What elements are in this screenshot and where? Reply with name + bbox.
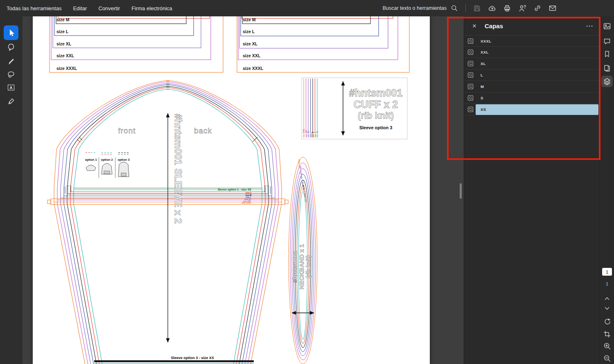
layers-list: XXXL XXL XL L M S <box>464 35 599 115</box>
cuff-piece: size XXXL size XXL size XL size L size M… <box>302 78 407 139</box>
cuff-material-text: (rib knit) <box>358 110 394 121</box>
back-label: back <box>194 126 212 135</box>
layer-label: XXXL <box>481 39 491 43</box>
layers-panel-icon[interactable] <box>601 76 613 87</box>
size-label-xxl-2: size XXL <box>243 53 261 58</box>
hem-fold-bar <box>94 360 254 362</box>
sleeve-id-text: #hntsm001 <box>173 114 184 165</box>
topbar-actions: Buscar texto o herramientas <box>383 4 614 12</box>
layer-label-wrap[interactable]: M <box>476 81 598 92</box>
search-bar[interactable]: Buscar texto o herramientas <box>383 4 458 12</box>
bookmarks-panel-icon[interactable] <box>601 48 613 60</box>
neckband-id-text: #hntsm001 <box>291 251 298 283</box>
cuff-tag-s: size S <box>314 132 316 137</box>
image-panel-icon[interactable] <box>601 20 613 32</box>
layer-row-m[interactable]: M <box>464 81 599 92</box>
toolbar-divider <box>465 4 466 12</box>
zoom-out-icon[interactable] <box>601 353 613 364</box>
size-label-xxxl: size XXXL <box>56 66 77 71</box>
close-icon[interactable]: ✕ <box>470 21 479 30</box>
menu-convert[interactable]: Convertir <box>93 0 126 16</box>
nb-tag-m: size M <box>302 185 305 191</box>
nb-tag-l: size L <box>302 180 304 185</box>
cloud-upload-icon[interactable] <box>488 4 496 12</box>
cuff-tag-l: size L <box>310 132 312 137</box>
pdf-page: size M size L size XL size XXL size XXXL… <box>33 16 430 364</box>
select-tool[interactable] <box>4 25 18 40</box>
add-comment-tool[interactable] <box>4 40 18 54</box>
layer-row-xl[interactable]: XL <box>464 58 599 70</box>
size-label-xl: size XL <box>56 41 72 46</box>
layer-label-wrap[interactable]: XXL <box>476 47 598 58</box>
layer-visibility-icon[interactable] <box>467 49 474 56</box>
more-options-icon[interactable]: ··· <box>586 22 594 29</box>
stack-xxxl: size XXXL <box>242 202 251 204</box>
front-label: front <box>118 126 135 135</box>
size-rects-middle: size M size L size XL size XXL size XXXL <box>237 16 409 72</box>
person-question-icon[interactable] <box>518 4 526 12</box>
layer-label-wrap[interactable]: XL <box>476 58 598 69</box>
layer-label: S <box>481 96 483 100</box>
crop-page-icon[interactable] <box>601 328 613 340</box>
neckband-material-text: (rib knit) <box>305 255 312 278</box>
draw-sign-tool[interactable] <box>4 94 18 109</box>
layers-panel: ✕ Capas ··· XXXL XXL XL L M <box>464 16 599 364</box>
pattern-drawing: size M size L size XL size XXL size XXXL… <box>33 16 430 364</box>
layer-label-wrap[interactable]: S <box>476 93 598 103</box>
layer-row-s[interactable]: S <box>464 92 599 104</box>
layer-label: XXL <box>481 50 489 54</box>
size-label-l: size L <box>56 29 69 34</box>
zoom-in-icon[interactable] <box>601 340 613 352</box>
layer-row-l[interactable]: L <box>464 70 599 81</box>
left-tool-rail <box>0 16 23 364</box>
layer-label: XL <box>481 61 486 66</box>
option3-note: Sleeve option 3 - size XS <box>171 356 214 360</box>
nb-tag-s: size S <box>304 191 306 196</box>
search-icon[interactable] <box>450 4 458 12</box>
print-icon[interactable] <box>503 4 511 12</box>
highlight-tool[interactable] <box>4 53 18 68</box>
menu-all-tools[interactable]: Todas las herramientas <box>0 0 67 16</box>
cuff-tag-m: size M <box>312 132 314 137</box>
layer-visibility-icon[interactable] <box>467 38 474 44</box>
top-menubar: Todas las herramientas Editar Convertir … <box>0 0 614 16</box>
edit-text-tool[interactable] <box>4 80 18 95</box>
layer-visibility-icon[interactable] <box>467 61 474 67</box>
search-label: Buscar texto o herramientas <box>383 5 447 11</box>
layer-row-xxxl[interactable]: XXXL <box>464 35 599 47</box>
cuff-caption-text: Sleeve option 3 <box>359 125 393 130</box>
rotate-page-icon[interactable] <box>601 316 613 327</box>
layer-label-wrap[interactable]: XXXL <box>476 36 598 46</box>
layer-visibility-icon[interactable] <box>467 83 474 90</box>
email-icon[interactable] <box>549 4 557 12</box>
document-viewport[interactable]: size M size L size XL size XXL size XXXL… <box>23 16 463 364</box>
cuff-tag-xxl: size XXL <box>305 130 307 137</box>
page-number-input[interactable]: 1 <box>602 268 612 276</box>
menu-esign[interactable]: Firma electrónica <box>126 0 178 16</box>
layer-label-wrap[interactable]: L <box>476 70 598 81</box>
comments-panel-icon[interactable] <box>601 36 613 47</box>
layer-visibility-icon[interactable] <box>467 106 474 113</box>
layer-row-xxl[interactable]: XXL <box>464 47 599 58</box>
size-rects-left: size M size L size XL size XXL size XXXL <box>50 16 223 72</box>
option1-note: Sleeve option 1 - size XS <box>218 188 251 191</box>
neckband-piece: size XS size S size M size L size XL siz… <box>289 157 317 364</box>
size-label-m-2: size M <box>243 17 256 22</box>
save-icon[interactable] <box>473 4 481 12</box>
cuff-tag-xs: size XS <box>316 131 318 137</box>
layer-row-xs[interactable]: XS <box>464 104 599 115</box>
cuff-tag-xl: size XL <box>307 131 309 137</box>
pages-panel-icon[interactable] <box>601 63 613 74</box>
lasso-tool[interactable] <box>4 67 18 82</box>
next-page-icon[interactable] <box>601 303 613 314</box>
layer-visibility-icon[interactable] <box>467 95 474 101</box>
layer-label: L <box>481 73 483 77</box>
vertical-scrollbar[interactable] <box>460 183 462 199</box>
sleeve-option-diagrams: option 1 option 2 option 3 <box>85 153 129 178</box>
menu-edit[interactable]: Editar <box>67 0 93 16</box>
link-icon[interactable] <box>533 4 542 12</box>
layer-label-wrap[interactable]: XS <box>476 104 598 115</box>
size-label-xxl: size XXL <box>56 53 74 58</box>
layer-visibility-icon[interactable] <box>467 72 474 79</box>
acrobat-window: Todas las herramientas Editar Convertir … <box>0 0 614 364</box>
